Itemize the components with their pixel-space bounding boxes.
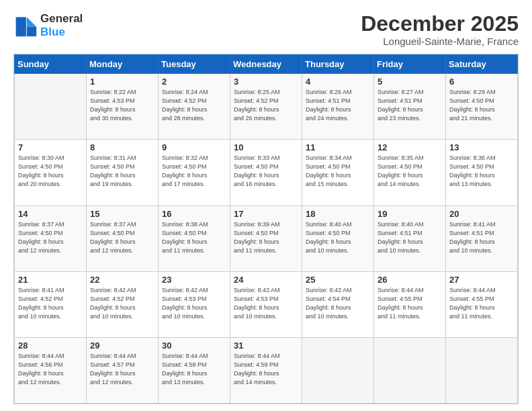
- calendar-cell: 22Sunrise: 8:42 AM Sunset: 4:52 PM Dayli…: [87, 271, 159, 337]
- day-number: 12: [378, 142, 442, 152]
- calendar-cell: 2Sunrise: 8:24 AM Sunset: 4:52 PM Daylig…: [159, 74, 230, 140]
- day-number: 23: [162, 275, 226, 285]
- calendar-cell: 21Sunrise: 8:41 AM Sunset: 4:52 PM Dayli…: [15, 271, 87, 337]
- calendar-cell: 23Sunrise: 8:42 AM Sunset: 4:53 PM Dayli…: [159, 271, 230, 337]
- calendar-cell: 25Sunrise: 8:43 AM Sunset: 4:54 PM Dayli…: [302, 271, 374, 337]
- weekday-header-cell: Monday: [87, 55, 159, 74]
- day-number: 22: [90, 275, 154, 285]
- weekday-header-row: SundayMondayTuesdayWednesdayThursdayFrid…: [15, 55, 518, 74]
- day-info: Sunrise: 8:25 AM Sunset: 4:52 PM Dayligh…: [234, 88, 298, 123]
- weekday-header-cell: Thursday: [302, 55, 374, 74]
- calendar-cell: 28Sunrise: 8:44 AM Sunset: 4:56 PM Dayli…: [15, 337, 87, 403]
- day-number: 8: [90, 142, 154, 152]
- calendar-cell: [374, 337, 446, 403]
- calendar-cell: [446, 337, 518, 403]
- day-info: Sunrise: 8:37 AM Sunset: 4:50 PM Dayligh…: [18, 220, 83, 255]
- calendar-body: 1Sunrise: 8:22 AM Sunset: 4:53 PM Daylig…: [15, 74, 518, 404]
- calendar-cell: [15, 74, 87, 140]
- month-title: December 2025: [361, 12, 519, 36]
- day-number: 19: [378, 209, 442, 219]
- day-number: 7: [18, 142, 83, 152]
- day-number: 9: [162, 142, 226, 152]
- calendar-week-row: 1Sunrise: 8:22 AM Sunset: 4:53 PM Daylig…: [15, 74, 518, 140]
- calendar-cell: 20Sunrise: 8:41 AM Sunset: 4:51 PM Dayli…: [446, 205, 518, 271]
- calendar-cell: 8Sunrise: 8:31 AM Sunset: 4:50 PM Daylig…: [87, 140, 159, 205]
- svg-marker-0: [27, 17, 36, 27]
- calendar-cell: 17Sunrise: 8:39 AM Sunset: 4:50 PM Dayli…: [230, 205, 302, 271]
- calendar-week-row: 28Sunrise: 8:44 AM Sunset: 4:56 PM Dayli…: [15, 337, 518, 403]
- day-info: Sunrise: 8:40 AM Sunset: 4:50 PM Dayligh…: [306, 220, 370, 255]
- day-number: 3: [234, 77, 298, 87]
- calendar-week-row: 7Sunrise: 8:30 AM Sunset: 4:50 PM Daylig…: [15, 140, 518, 205]
- day-info: Sunrise: 8:30 AM Sunset: 4:50 PM Dayligh…: [18, 154, 83, 189]
- calendar-cell: 12Sunrise: 8:35 AM Sunset: 4:50 PM Dayli…: [374, 140, 446, 205]
- calendar-cell: 27Sunrise: 8:44 AM Sunset: 4:55 PM Dayli…: [446, 271, 518, 337]
- calendar-cell: 31Sunrise: 8:44 AM Sunset: 4:59 PM Dayli…: [230, 337, 302, 403]
- weekday-header-cell: Sunday: [15, 55, 87, 74]
- day-number: 31: [234, 340, 298, 351]
- svg-marker-1: [27, 27, 36, 36]
- day-number: 27: [449, 275, 514, 285]
- location: Longueil-Sainte-Marie, France: [361, 36, 519, 47]
- svg-rect-2: [16, 17, 26, 37]
- day-info: Sunrise: 8:37 AM Sunset: 4:50 PM Dayligh…: [90, 220, 154, 255]
- weekday-header-cell: Friday: [374, 55, 446, 74]
- calendar-cell: 14Sunrise: 8:37 AM Sunset: 4:50 PM Dayli…: [15, 205, 87, 271]
- day-number: 6: [449, 77, 514, 87]
- day-number: 18: [306, 209, 370, 219]
- day-info: Sunrise: 8:41 AM Sunset: 4:52 PM Dayligh…: [18, 286, 83, 321]
- day-info: Sunrise: 8:31 AM Sunset: 4:50 PM Dayligh…: [90, 154, 154, 189]
- calendar-cell: 6Sunrise: 8:29 AM Sunset: 4:50 PM Daylig…: [446, 74, 518, 140]
- day-info: Sunrise: 8:29 AM Sunset: 4:50 PM Dayligh…: [449, 88, 514, 123]
- calendar: SundayMondayTuesdayWednesdayThursdayFrid…: [13, 54, 519, 404]
- day-info: Sunrise: 8:44 AM Sunset: 4:59 PM Dayligh…: [234, 352, 298, 387]
- calendar-cell: 10Sunrise: 8:33 AM Sunset: 4:50 PM Dayli…: [230, 140, 302, 205]
- day-info: Sunrise: 8:35 AM Sunset: 4:50 PM Dayligh…: [378, 154, 442, 189]
- calendar-cell: 9Sunrise: 8:32 AM Sunset: 4:50 PM Daylig…: [159, 140, 230, 205]
- day-number: 13: [449, 142, 514, 152]
- day-number: 10: [234, 142, 298, 152]
- calendar-cell: 1Sunrise: 8:22 AM Sunset: 4:53 PM Daylig…: [87, 74, 159, 140]
- day-number: 17: [234, 209, 298, 219]
- calendar-week-row: 14Sunrise: 8:37 AM Sunset: 4:50 PM Dayli…: [15, 205, 518, 271]
- day-info: Sunrise: 8:44 AM Sunset: 4:55 PM Dayligh…: [378, 286, 442, 321]
- day-info: Sunrise: 8:40 AM Sunset: 4:51 PM Dayligh…: [378, 220, 442, 255]
- calendar-cell: 11Sunrise: 8:34 AM Sunset: 4:50 PM Dayli…: [302, 140, 374, 205]
- day-info: Sunrise: 8:26 AM Sunset: 4:51 PM Dayligh…: [306, 88, 370, 123]
- day-number: 15: [90, 209, 154, 219]
- day-info: Sunrise: 8:32 AM Sunset: 4:50 PM Dayligh…: [162, 154, 226, 189]
- day-number: 14: [18, 209, 83, 219]
- day-info: Sunrise: 8:44 AM Sunset: 4:56 PM Dayligh…: [18, 352, 83, 387]
- logo-icon: [13, 13, 38, 38]
- day-number: 28: [18, 340, 83, 351]
- calendar-cell: 4Sunrise: 8:26 AM Sunset: 4:51 PM Daylig…: [302, 74, 374, 140]
- day-number: 5: [378, 77, 442, 87]
- day-number: 11: [306, 142, 370, 152]
- calendar-cell: 30Sunrise: 8:44 AM Sunset: 4:58 PM Dayli…: [159, 337, 230, 403]
- calendar-cell: 5Sunrise: 8:27 AM Sunset: 4:51 PM Daylig…: [374, 74, 446, 140]
- calendar-cell: 24Sunrise: 8:43 AM Sunset: 4:53 PM Dayli…: [230, 271, 302, 337]
- day-info: Sunrise: 8:34 AM Sunset: 4:50 PM Dayligh…: [306, 154, 370, 189]
- day-info: Sunrise: 8:42 AM Sunset: 4:53 PM Dayligh…: [162, 286, 226, 321]
- day-info: Sunrise: 8:44 AM Sunset: 4:58 PM Dayligh…: [162, 352, 226, 387]
- page: General Blue December 2025 Longueil-Sain…: [0, 0, 532, 411]
- day-info: Sunrise: 8:43 AM Sunset: 4:54 PM Dayligh…: [306, 286, 370, 321]
- day-number: 1: [90, 77, 154, 87]
- weekday-header-cell: Tuesday: [159, 55, 230, 74]
- logo-text: General Blue: [40, 12, 83, 40]
- logo: General Blue: [13, 12, 83, 40]
- day-number: 30: [162, 340, 226, 351]
- calendar-cell: 18Sunrise: 8:40 AM Sunset: 4:50 PM Dayli…: [302, 205, 374, 271]
- calendar-cell: 13Sunrise: 8:36 AM Sunset: 4:50 PM Dayli…: [446, 140, 518, 205]
- day-info: Sunrise: 8:43 AM Sunset: 4:53 PM Dayligh…: [234, 286, 298, 321]
- day-number: 26: [378, 275, 442, 285]
- day-number: 25: [306, 275, 370, 285]
- day-number: 29: [90, 340, 154, 351]
- calendar-week-row: 21Sunrise: 8:41 AM Sunset: 4:52 PM Dayli…: [15, 271, 518, 337]
- day-info: Sunrise: 8:39 AM Sunset: 4:50 PM Dayligh…: [234, 220, 298, 255]
- day-number: 21: [18, 275, 83, 285]
- weekday-header-cell: Wednesday: [230, 55, 302, 74]
- day-number: 4: [306, 77, 370, 87]
- day-info: Sunrise: 8:24 AM Sunset: 4:52 PM Dayligh…: [162, 88, 226, 123]
- day-number: 24: [234, 275, 298, 285]
